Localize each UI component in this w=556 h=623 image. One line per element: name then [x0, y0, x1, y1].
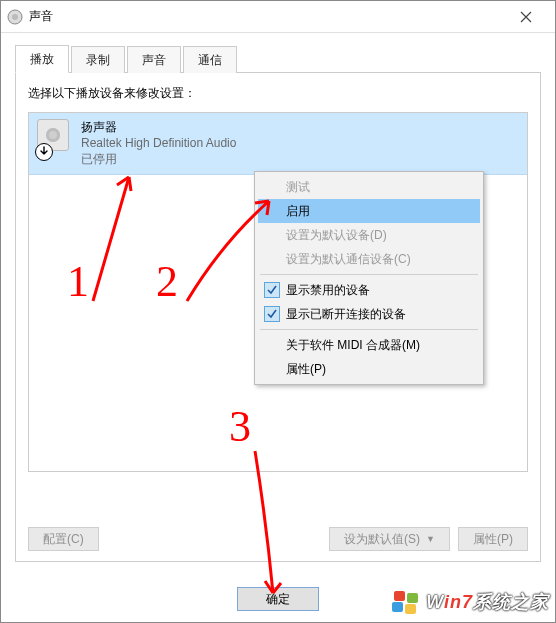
device-item-speakers[interactable]: 扬声器 Realtek High Definition Audio 已停用	[29, 113, 527, 175]
instruction-text: 选择以下播放设备来修改设置：	[28, 85, 528, 102]
configure-button[interactable]: 配置(C)	[28, 527, 99, 551]
window-title: 声音	[29, 8, 503, 25]
properties-button[interactable]: 属性(P)	[458, 527, 528, 551]
menu-set-comm[interactable]: 设置为默认通信设备(C)	[258, 247, 480, 271]
device-list[interactable]: 扬声器 Realtek High Definition Audio 已停用 测试…	[28, 112, 528, 472]
dialog-body: 播放 录制 声音 通信 选择以下播放设备来修改设置： 扬声器 Realte	[1, 33, 555, 622]
menu-label: 显示已断开连接的设备	[286, 306, 406, 323]
device-name: 扬声器	[81, 119, 236, 135]
device-text: 扬声器 Realtek High Definition Audio 已停用	[81, 119, 236, 168]
menu-separator-2	[260, 329, 478, 330]
right-buttons: 设为默认值(S) ▼ 属性(P)	[329, 527, 528, 551]
device-icon-wrap	[37, 119, 71, 159]
menu-enable[interactable]: 启用	[258, 199, 480, 223]
panel-button-row: 配置(C) 设为默认值(S) ▼ 属性(P)	[28, 527, 528, 551]
playback-panel: 选择以下播放设备来修改设置： 扬声器 Realtek High Definiti…	[15, 73, 541, 562]
close-button[interactable]	[503, 1, 549, 33]
svg-point-1	[12, 14, 18, 20]
tab-playback[interactable]: 播放	[15, 45, 69, 73]
menu-set-default[interactable]: 设置为默认设备(D)	[258, 223, 480, 247]
app-icon	[7, 9, 23, 25]
menu-show-disconnected[interactable]: 显示已断开连接的设备	[258, 302, 480, 326]
check-icon	[264, 306, 280, 322]
tab-strip: 播放 录制 声音 通信	[15, 45, 541, 73]
set-default-button[interactable]: 设为默认值(S) ▼	[329, 527, 450, 551]
context-menu: 测试 启用 设置为默认设备(D) 设置为默认通信设备(C) 显示禁用的设备 显示…	[254, 171, 484, 385]
check-icon	[264, 282, 280, 298]
tab-sounds[interactable]: 声音	[127, 46, 181, 73]
menu-properties[interactable]: 属性(P)	[258, 357, 480, 381]
dialog-footer: 确定	[1, 576, 555, 622]
device-status: 已停用	[81, 151, 236, 167]
menu-show-disabled[interactable]: 显示禁用的设备	[258, 278, 480, 302]
menu-label: 显示禁用的设备	[286, 282, 370, 299]
device-subtitle: Realtek High Definition Audio	[81, 135, 236, 151]
set-default-label: 设为默认值(S)	[344, 531, 420, 548]
sound-dialog: 声音 播放 录制 声音 通信 选择以下播放设备来修改设置：	[0, 0, 556, 623]
tab-recording[interactable]: 录制	[71, 46, 125, 73]
titlebar: 声音	[1, 1, 555, 33]
chevron-down-icon: ▼	[426, 534, 435, 544]
ok-button[interactable]: 确定	[237, 587, 319, 611]
disabled-overlay-icon	[35, 143, 53, 161]
tab-comm[interactable]: 通信	[183, 46, 237, 73]
menu-separator-1	[260, 274, 478, 275]
menu-about-midi[interactable]: 关于软件 MIDI 合成器(M)	[258, 333, 480, 357]
menu-test[interactable]: 测试	[258, 175, 480, 199]
